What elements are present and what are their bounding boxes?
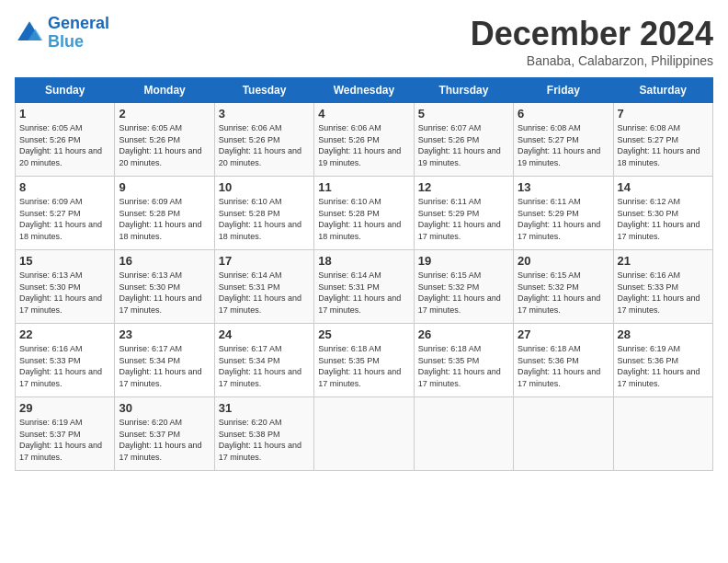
day-number: 18 [318,254,409,268]
calendar-cell: 20Sunrise: 6:15 AMSunset: 5:32 PMDayligh… [514,250,613,324]
day-number: 6 [518,107,609,121]
calendar-cell: 10Sunrise: 6:10 AMSunset: 5:28 PMDayligh… [214,177,313,250]
calendar-cell: 14Sunrise: 6:12 AMSunset: 5:30 PMDayligh… [613,177,712,250]
calendar-table: SundayMondayTuesdayWednesdayThursdayFrid… [15,77,713,471]
calendar-cell: 31Sunrise: 6:20 AMSunset: 5:38 PMDayligh… [214,397,313,471]
calendar-cell [613,397,712,471]
location: Banaba, Calabarzon, Philippines [471,53,713,68]
day-number: 8 [19,180,110,194]
calendar-cell: 28Sunrise: 6:19 AMSunset: 5:36 PMDayligh… [613,324,712,397]
calendar-cell: 17Sunrise: 6:14 AMSunset: 5:31 PMDayligh… [214,250,313,324]
day-info: Sunrise: 6:10 AMSunset: 5:28 PMDaylight:… [318,196,409,242]
calendar-cell: 26Sunrise: 6:18 AMSunset: 5:35 PMDayligh… [414,324,513,397]
day-info: Sunrise: 6:14 AMSunset: 5:31 PMDaylight:… [219,270,310,316]
day-number: 25 [318,327,409,341]
day-info: Sunrise: 6:11 AMSunset: 5:29 PMDaylight:… [418,196,509,242]
calendar-cell: 5Sunrise: 6:07 AMSunset: 5:26 PMDaylight… [414,103,513,177]
calendar-cell: 3Sunrise: 6:06 AMSunset: 5:26 PMDaylight… [214,103,313,177]
day-info: Sunrise: 6:09 AMSunset: 5:28 PMDaylight:… [119,196,210,242]
day-info: Sunrise: 6:17 AMSunset: 5:34 PMDaylight:… [219,343,310,389]
calendar-cell: 2Sunrise: 6:05 AMSunset: 5:26 PMDaylight… [115,103,214,177]
day-info: Sunrise: 6:11 AMSunset: 5:29 PMDaylight:… [518,196,609,242]
day-info: Sunrise: 6:18 AMSunset: 5:35 PMDaylight:… [418,343,509,389]
day-number: 21 [618,254,709,268]
calendar-cell: 6Sunrise: 6:08 AMSunset: 5:27 PMDaylight… [514,103,613,177]
day-info: Sunrise: 6:19 AMSunset: 5:36 PMDaylight:… [618,343,709,389]
day-number: 20 [518,254,609,268]
calendar-cell: 27Sunrise: 6:18 AMSunset: 5:36 PMDayligh… [514,324,613,397]
day-number: 3 [219,107,310,121]
day-info: Sunrise: 6:14 AMSunset: 5:31 PMDaylight:… [318,270,409,316]
day-number: 9 [119,180,210,194]
day-info: Sunrise: 6:20 AMSunset: 5:38 PMDaylight:… [219,417,310,463]
calendar-cell: 1Sunrise: 6:05 AMSunset: 5:26 PMDaylight… [16,103,115,177]
logo: General Blue [15,15,109,52]
calendar-cell: 22Sunrise: 6:16 AMSunset: 5:33 PMDayligh… [16,324,115,397]
day-number: 15 [19,254,110,268]
calendar-cell: 23Sunrise: 6:17 AMSunset: 5:34 PMDayligh… [115,324,214,397]
day-number: 4 [318,107,409,121]
logo-text: General Blue [48,15,109,52]
day-number: 24 [219,327,310,341]
calendar-cell: 19Sunrise: 6:15 AMSunset: 5:32 PMDayligh… [414,250,513,324]
day-info: Sunrise: 6:05 AMSunset: 5:26 PMDaylight:… [119,122,210,168]
day-info: Sunrise: 6:07 AMSunset: 5:26 PMDaylight:… [418,122,509,168]
calendar-cell: 13Sunrise: 6:11 AMSunset: 5:29 PMDayligh… [514,177,613,250]
calendar-cell: 24Sunrise: 6:17 AMSunset: 5:34 PMDayligh… [214,324,313,397]
day-info: Sunrise: 6:15 AMSunset: 5:32 PMDaylight:… [418,270,509,316]
day-number: 26 [418,327,509,341]
day-info: Sunrise: 6:10 AMSunset: 5:28 PMDaylight:… [219,196,310,242]
day-info: Sunrise: 6:08 AMSunset: 5:27 PMDaylight:… [618,122,709,168]
day-number: 2 [119,107,210,121]
calendar-cell: 11Sunrise: 6:10 AMSunset: 5:28 PMDayligh… [314,177,414,250]
calendar-header: SundayMondayTuesdayWednesdayThursdayFrid… [16,78,713,103]
day-info: Sunrise: 6:06 AMSunset: 5:26 PMDaylight:… [318,122,409,168]
day-info: Sunrise: 6:13 AMSunset: 5:30 PMDaylight:… [119,270,210,316]
calendar-cell [314,397,414,471]
day-info: Sunrise: 6:15 AMSunset: 5:32 PMDaylight:… [518,270,609,316]
calendar-week-row: 29Sunrise: 6:19 AMSunset: 5:37 PMDayligh… [16,397,713,471]
day-info: Sunrise: 6:18 AMSunset: 5:35 PMDaylight:… [318,343,409,389]
day-number: 14 [618,180,709,194]
day-number: 11 [318,180,409,194]
calendar-cell: 9Sunrise: 6:09 AMSunset: 5:28 PMDaylight… [115,177,214,250]
calendar-cell: 25Sunrise: 6:18 AMSunset: 5:35 PMDayligh… [314,324,414,397]
calendar-week-row: 22Sunrise: 6:16 AMSunset: 5:33 PMDayligh… [16,324,713,397]
day-number: 7 [618,107,709,121]
day-of-week-header: Wednesday [314,78,414,103]
day-number: 12 [418,180,509,194]
calendar-cell: 15Sunrise: 6:13 AMSunset: 5:30 PMDayligh… [16,250,115,324]
calendar-cell: 7Sunrise: 6:08 AMSunset: 5:27 PMDaylight… [613,103,712,177]
day-number: 29 [19,401,110,415]
day-number: 22 [19,327,110,341]
day-info: Sunrise: 6:06 AMSunset: 5:26 PMDaylight:… [219,122,310,168]
day-of-week-header: Thursday [414,78,513,103]
calendar-cell: 12Sunrise: 6:11 AMSunset: 5:29 PMDayligh… [414,177,513,250]
day-number: 13 [518,180,609,194]
day-info: Sunrise: 6:12 AMSunset: 5:30 PMDaylight:… [618,196,709,242]
calendar-cell [514,397,613,471]
day-info: Sunrise: 6:17 AMSunset: 5:34 PMDaylight:… [119,343,210,389]
calendar-week-row: 15Sunrise: 6:13 AMSunset: 5:30 PMDayligh… [16,250,713,324]
calendar-body: 1Sunrise: 6:05 AMSunset: 5:26 PMDaylight… [16,103,713,471]
day-number: 10 [219,180,310,194]
calendar-week-row: 8Sunrise: 6:09 AMSunset: 5:27 PMDaylight… [16,177,713,250]
day-info: Sunrise: 6:19 AMSunset: 5:37 PMDaylight:… [19,417,110,463]
day-info: Sunrise: 6:05 AMSunset: 5:26 PMDaylight:… [19,122,110,168]
month-title: December 2024 [471,15,713,53]
day-number: 17 [219,254,310,268]
day-info: Sunrise: 6:08 AMSunset: 5:27 PMDaylight:… [518,122,609,168]
day-number: 23 [119,327,210,341]
title-block: December 2024 Banaba, Calabarzon, Philip… [471,15,713,68]
calendar-cell: 8Sunrise: 6:09 AMSunset: 5:27 PMDaylight… [16,177,115,250]
day-number: 30 [119,401,210,415]
calendar-cell: 4Sunrise: 6:06 AMSunset: 5:26 PMDaylight… [314,103,414,177]
day-info: Sunrise: 6:20 AMSunset: 5:37 PMDaylight:… [119,417,210,463]
day-info: Sunrise: 6:16 AMSunset: 5:33 PMDaylight:… [618,270,709,316]
day-of-week-header: Friday [514,78,613,103]
day-of-week-header: Monday [115,78,214,103]
day-of-week-header: Sunday [16,78,115,103]
calendar-cell: 21Sunrise: 6:16 AMSunset: 5:33 PMDayligh… [613,250,712,324]
calendar-cell: 29Sunrise: 6:19 AMSunset: 5:37 PMDayligh… [16,397,115,471]
page-header: General Blue December 2024 Banaba, Calab… [15,15,713,68]
